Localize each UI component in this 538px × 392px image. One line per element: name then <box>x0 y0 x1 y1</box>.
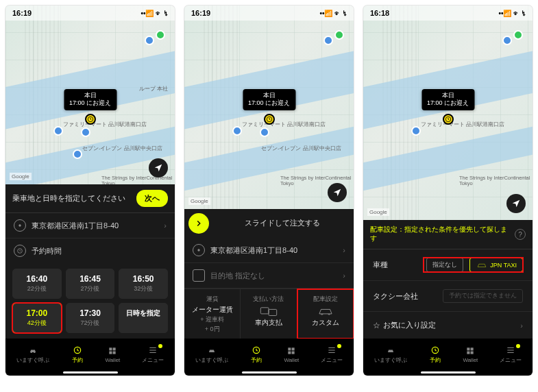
tab-bar: いますぐ呼ぶ 予約 Wallet メニュー <box>363 339 533 376</box>
bottom-sheet: 配車設定：指定された条件を優先して探します ? 車種 指定なし JPN TAXI… <box>363 220 533 339</box>
svg-rect-21 <box>467 351 470 354</box>
svg-rect-11 <box>269 310 277 316</box>
map-poi-label: The Strings by InterContinental Tokyo <box>101 175 175 184</box>
status-time: 16:19 <box>191 9 210 17</box>
time-option-selected[interactable]: 17:0042分後 <box>12 303 62 333</box>
location-icon <box>193 244 205 256</box>
tab-now[interactable]: いますぐ呼ぶ <box>374 345 407 364</box>
svg-rect-19 <box>467 347 470 350</box>
pickup-address-row[interactable]: 東京都港区港南1丁目8-40 › <box>5 213 175 238</box>
pickup-address: 東京都港区港南1丁目8-40 <box>210 245 297 256</box>
vehicle-pill-group: 指定なし JPN TAXI <box>424 258 523 272</box>
clock-icon <box>85 114 96 125</box>
pickup-address-row[interactable]: 東京都港区港南1丁目8-40 › <box>184 238 354 263</box>
status-icons: ••📶 ᯤ ↯ <box>319 10 347 17</box>
tab-now[interactable]: いますぐ呼ぶ <box>16 345 49 364</box>
slide-handle[interactable] <box>188 213 209 234</box>
options-row: 運賃 メーター運賃 + 迎車料 + 0円 支払い方法 車内支払 配車設定 カスタ… <box>184 289 354 339</box>
map-poi-label: セブン-イレブン 品川駅中央口店 <box>82 146 162 151</box>
sheet-header: 乗車地と日時を指定してください 次へ <box>5 184 175 213</box>
time-option[interactable]: 16:4527分後 <box>66 269 115 299</box>
tab-wallet[interactable]: Wallet <box>284 346 299 363</box>
home-indicator <box>421 371 476 373</box>
svg-point-9 <box>197 249 199 252</box>
destination-row[interactable]: 目的地 指定なし › <box>184 263 354 289</box>
svg-point-1 <box>19 224 21 226</box>
slide-order-bar[interactable]: スライドして注文する <box>184 209 354 238</box>
map-poi-icon <box>323 36 333 45</box>
map-attribution: Google <box>188 197 210 205</box>
tab-wallet[interactable]: Wallet <box>105 346 120 363</box>
tab-reserve[interactable]: 予約 <box>250 345 262 364</box>
status-bar: 16:19 ••📶 ᯤ ↯ <box>184 5 354 21</box>
tab-bar: いますぐ呼ぶ 予約 Wallet メニュー <box>184 339 354 376</box>
clock-icon <box>443 114 454 125</box>
payment-option[interactable]: 支払い方法 車内支払 <box>241 289 297 339</box>
chevron-right-icon: › <box>343 271 345 280</box>
map-poi-icon <box>502 36 512 45</box>
tab-now[interactable]: いますぐ呼ぶ <box>195 345 228 364</box>
tab-menu[interactable]: メニュー <box>321 345 343 364</box>
map-poi-label: ファミリーマート 品川駅港南口店 <box>63 122 147 127</box>
svg-rect-14 <box>292 347 295 350</box>
locate-button[interactable] <box>149 158 168 177</box>
map-poi-icon <box>53 126 63 136</box>
time-option-custom[interactable]: 日時を指定 <box>119 303 168 333</box>
home-indicator <box>63 371 118 373</box>
time-option[interactable]: 16:5032分後 <box>119 269 168 299</box>
favorites-label: お気に入り設定 <box>383 320 520 330</box>
dispatch-config-option[interactable]: 配車設定 カスタム <box>297 289 354 339</box>
chevron-right-icon: › <box>343 246 345 254</box>
map-attribution: Google <box>10 173 32 180</box>
sheet-title: 乗車地と日時を指定してください <box>12 194 131 204</box>
next-button[interactable]: 次へ <box>136 190 168 207</box>
svg-rect-7 <box>113 351 116 354</box>
locate-button[interactable] <box>328 183 347 202</box>
fare-option[interactable]: 運賃 メーター運賃 + 迎車料 + 0円 <box>184 289 241 339</box>
map-poi-label: ファミリーマート 品川駅港南口店 <box>242 122 326 127</box>
status-time: 16:19 <box>12 9 32 17</box>
payment-icon <box>260 306 278 317</box>
phone-screen-2: 16:19 ••📶 ᯤ ↯ ファミリーマート 品川駅港南口店 セブン-イレブン … <box>184 5 354 376</box>
star-icon: ☆ <box>373 321 380 330</box>
car-icon <box>317 306 334 317</box>
status-icons: ••📶 ᯤ ↯ <box>140 10 168 17</box>
map-poi-icon <box>411 126 421 136</box>
vehicle-jpntaxi-pill[interactable]: JPN TAXI <box>469 258 523 272</box>
tab-reserve[interactable]: 予約 <box>71 345 84 364</box>
tab-reserve[interactable]: 予約 <box>429 345 441 364</box>
svg-rect-4 <box>110 347 112 350</box>
help-icon[interactable]: ? <box>515 229 526 240</box>
status-time: 16:18 <box>370 9 389 17</box>
tab-wallet[interactable]: Wallet <box>463 346 478 363</box>
clock-icon <box>264 114 275 125</box>
vehicle-none-pill[interactable]: 指定なし <box>426 258 463 272</box>
tab-menu[interactable]: メニュー <box>142 345 164 364</box>
tab-menu[interactable]: メニュー <box>500 345 522 364</box>
svg-rect-15 <box>289 351 291 354</box>
clock-icon <box>14 245 26 257</box>
sheet-header: 配車設定：指定された条件を優先して探します ? <box>363 220 533 249</box>
destination-icon <box>193 269 205 282</box>
map-poi-icon <box>513 30 523 40</box>
favorites-row[interactable]: ☆ お気に入り設定 › <box>363 312 533 339</box>
time-option[interactable]: 16:4022分後 <box>12 269 62 299</box>
map-area[interactable]: ファミリーマート 品川駅港南口店 The Strings by InterCon… <box>363 5 533 220</box>
map-area[interactable]: ファミリーマート 品川駅港南口店 セブン-イレブン 品川駅中央口店 The St… <box>184 5 354 209</box>
status-bar: 16:19 ••📶 ᯤ ↯ <box>5 5 175 21</box>
pickup-tooltip: 本日17:00 にお迎え <box>421 89 474 110</box>
map-poi-icon <box>81 127 90 137</box>
svg-rect-5 <box>113 347 116 350</box>
time-option[interactable]: 17:3072分後 <box>66 303 115 333</box>
locate-button[interactable] <box>506 194 526 213</box>
bottom-sheet: スライドして注文する 東京都港区港南1丁目8-40 › 目的地 指定なし › 運… <box>184 209 354 339</box>
map-poi-label: ファミリーマート 品川駅港南口店 <box>421 122 504 127</box>
map-poi-icon <box>232 126 242 136</box>
svg-rect-6 <box>110 351 112 354</box>
map-poi-icon <box>145 36 154 45</box>
location-icon <box>14 219 26 232</box>
pickup-tooltip: 本日17:00 にお迎え <box>243 89 295 110</box>
vehicle-label: 車種 <box>373 260 424 270</box>
vehicle-type-row[interactable]: 車種 指定なし JPN TAXI <box>363 249 533 281</box>
map-area[interactable]: ファミリーマート 品川駅港南口店 セブン-イレブン 品川駅中央口店 The St… <box>5 5 175 184</box>
